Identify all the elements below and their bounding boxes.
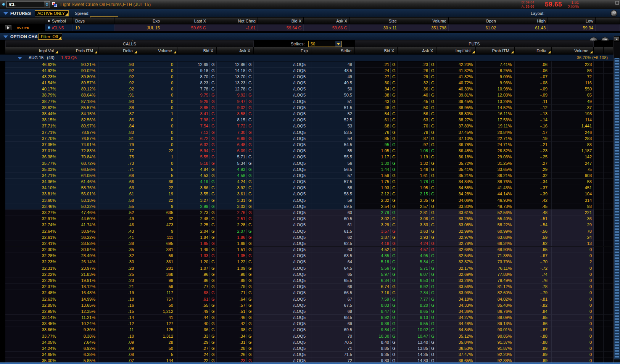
call-bid-cell[interactable]: .61G <box>177 296 217 302</box>
call-ask-cell[interactable]: .64G <box>217 296 254 302</box>
call-bid-cell[interactable]: 1.20G <box>177 259 217 265</box>
call-implvol-cell[interactable]: 34.65% <box>5 352 59 358</box>
put-implvol-cell[interactable]: 33.56% <box>436 284 476 290</box>
put-bid-cell[interactable]: .43G <box>355 98 398 105</box>
strike-cell[interactable]: 57.5 <box>311 179 355 185</box>
call-bid-cell[interactable]: 7.98G <box>177 117 217 123</box>
strike-cell[interactable]: 67.5 <box>311 302 355 308</box>
call-implvol-cell[interactable]: 38.79% <box>5 92 59 98</box>
exp-cell[interactable]: /LOQ5 <box>254 148 311 154</box>
call-delta-cell[interactable]: .52 <box>98 209 138 216</box>
put-implvol-cell[interactable]: 35.84% <box>436 339 476 345</box>
call-bid-cell[interactable]: 5.18G <box>177 160 217 166</box>
call-probitm-cell[interactable]: 36.22% <box>59 234 98 240</box>
call-delta-cell[interactable]: .75 <box>98 154 138 160</box>
strike-cell[interactable]: 61.5 <box>311 228 355 234</box>
strike-cell[interactable]: 55.5 <box>311 154 355 160</box>
option-header-volume[interactable]: Volume <box>138 47 177 55</box>
call-delta-cell[interactable]: .30 <box>98 259 138 265</box>
put-probitm-cell[interactable]: 85.40% <box>476 302 515 308</box>
put-delta-cell[interactable]: -.76 <box>515 277 552 283</box>
put-probitm-cell[interactable]: 36.21% <box>476 172 515 179</box>
call-volume-cell[interactable]: 50 <box>138 302 177 308</box>
put-ask-cell[interactable]: .26G <box>398 68 436 74</box>
put-probitm-cell[interactable]: 49.73% <box>476 203 515 209</box>
call-bid-cell[interactable]: 9.18G <box>177 68 217 74</box>
call-probitm-cell[interactable]: 14.99% <box>59 296 98 302</box>
put-bid-cell[interactable]: 6.34G <box>355 277 398 283</box>
option-row[interactable]: 35.03%66.56%.7154.84G4.93G/LOQ556.51.44G… <box>0 166 620 172</box>
put-probitm-cell[interactable]: 58.22% <box>476 222 515 228</box>
call-probitm-cell[interactable]: 28.49% <box>59 253 98 259</box>
call-probitm-cell[interactable]: 90.21% <box>59 61 98 68</box>
strike-cell[interactable]: 64 <box>311 259 355 265</box>
call-bid-cell[interactable]: 8.70G <box>177 74 217 80</box>
call-ask-cell[interactable]: 6.89G <box>217 135 254 142</box>
call-ask-cell[interactable]: 1.09G <box>217 265 254 271</box>
option-row[interactable]: 33.77%8.38%.101,312.33G.34G/LOQ57010.30G… <box>0 333 620 339</box>
futures-cell-volume[interactable]: 351,798 <box>399 24 449 31</box>
call-delta-cell[interactable]: .08 <box>98 352 138 358</box>
put-bid-cell[interactable]: 8.85G <box>355 345 398 351</box>
call-bid-cell[interactable]: .77G <box>177 284 217 290</box>
put-volume-cell[interactable]: 53 <box>552 179 594 185</box>
put-implvol-cell[interactable]: 37.83% <box>436 123 476 129</box>
call-delta-cell[interactable]: .43 <box>98 228 138 234</box>
put-volume-cell[interactable]: 2 <box>552 259 594 265</box>
call-volume-cell[interactable]: 111 <box>138 234 177 240</box>
put-volume-cell[interactable]: 0 <box>552 352 594 358</box>
put-volume-cell[interactable]: 36 <box>552 216 594 222</box>
put-volume-cell[interactable]: 0 <box>552 247 594 253</box>
put-volume-cell[interactable]: 0 <box>552 302 594 308</box>
call-volume-cell[interactable]: 5 <box>138 352 177 358</box>
put-volume-cell[interactable]: 0 <box>552 315 594 321</box>
call-probitm-cell[interactable]: 58.76% <box>59 185 98 191</box>
put-ask-cell[interactable]: .45G <box>398 98 436 105</box>
futures-header-net-chng[interactable]: Net Chng <box>208 18 258 24</box>
call-bid-cell[interactable]: .96G <box>177 271 217 277</box>
call-delta-cell[interactable]: .61 <box>98 191 138 197</box>
call-ask-cell[interactable]: .57G <box>217 302 254 308</box>
put-volume-cell[interactable]: 283 <box>552 135 594 142</box>
call-implvol-cell[interactable]: 32.41% <box>5 240 59 246</box>
put-ask-cell[interactable]: .32G <box>398 80 436 86</box>
call-implvol-cell[interactable]: 33.45% <box>5 321 59 327</box>
call-ask-cell[interactable]: 3.03G <box>217 203 254 209</box>
exp-cell[interactable]: /LOQ5 <box>254 333 311 339</box>
call-ask-cell[interactable]: .71G <box>217 290 254 296</box>
option-row[interactable]: 33.81%56.01%.61193.55G3.61G/LOQ558.52.12… <box>0 191 620 197</box>
put-delta-cell[interactable]: -.70 <box>515 259 552 265</box>
futures-header-days[interactable]: Days <box>72 18 114 24</box>
put-delta-cell[interactable]: -.19 <box>515 135 552 142</box>
call-volume-cell[interactable]: 281 <box>138 265 177 271</box>
put-ask-cell[interactable]: .40G <box>398 92 436 98</box>
put-ask-cell[interactable]: 5.71G <box>398 265 436 271</box>
call-implvol-cell[interactable]: 35.03% <box>5 166 59 172</box>
exp-cell[interactable]: /LOQ5 <box>254 160 311 166</box>
put-bid-cell[interactable]: 5.56G <box>355 265 398 271</box>
exp-cell[interactable]: /LOQ5 <box>254 327 311 333</box>
call-ask-cell[interactable]: 14.18G <box>217 68 254 74</box>
option-row[interactable]: 36.38%70.84%.7515.55G5.71G/LOQ555.51.17G… <box>0 154 620 160</box>
call-implvol-cell[interactable]: 32.29% <box>5 277 59 283</box>
put-volume-cell[interactable]: 1,187 <box>552 148 594 154</box>
put-delta-cell[interactable]: -.85 <box>515 315 552 321</box>
put-delta-cell[interactable]: -.09 <box>515 92 552 98</box>
put-delta-cell[interactable]: -.25 <box>515 154 552 160</box>
put-volume-cell[interactable]: 142 <box>552 154 594 160</box>
option-row[interactable]: 38.15%82.56%.8607.98G8.15G/LOQ552.5.61G.… <box>0 117 620 123</box>
put-delta-cell[interactable]: -.45 <box>515 203 552 209</box>
call-ask-cell[interactable]: 7.30G <box>217 129 254 135</box>
put-volume-cell[interactable]: 550 <box>552 86 594 92</box>
put-implvol-cell[interactable]: 35.21% <box>436 172 476 179</box>
call-implvol-cell[interactable]: 32.48% <box>5 290 59 296</box>
option-header-strike[interactable]: Strike <box>311 47 355 55</box>
call-implvol-cell[interactable]: 32.85% <box>5 302 59 308</box>
call-delta-cell[interactable]: .46 <box>98 222 138 228</box>
call-ask-cell[interactable]: 9.92G <box>217 92 254 98</box>
put-implvol-cell[interactable]: 38.27% <box>436 117 476 123</box>
call-probitm-cell[interactable]: 64.05% <box>59 172 98 179</box>
option-row[interactable]: 33.46%50.32%.5592.99G3.03G/LOQ559.52.54G… <box>0 203 620 209</box>
option-header-ask-x[interactable]: Ask X <box>398 47 436 55</box>
call-ask-cell[interactable]: 3.92G <box>217 185 254 191</box>
